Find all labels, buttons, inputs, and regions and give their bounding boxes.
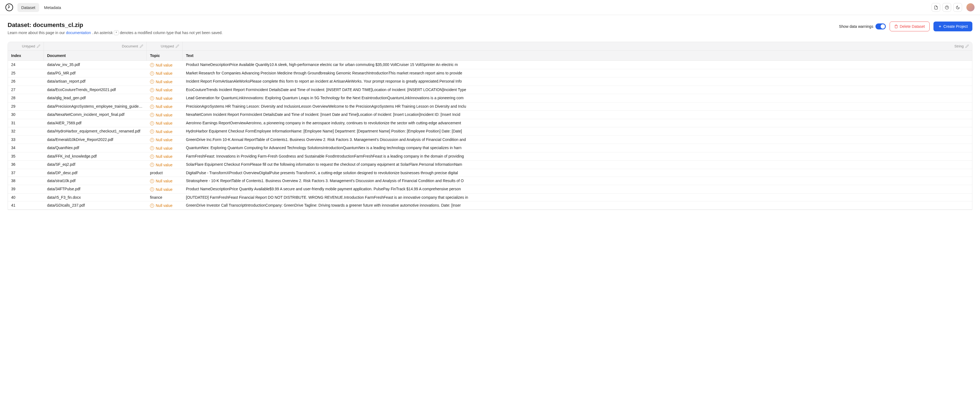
- show-warnings-label: Show data warnings: [839, 24, 873, 29]
- header-index[interactable]: Index: [8, 51, 44, 61]
- cell-text: Incident Report FormArtisanAleWorksPleas…: [183, 77, 972, 86]
- table-row[interactable]: 28data/qlig_lead_gen.pdf!Null valueLead …: [8, 94, 972, 102]
- table-row[interactable]: 25data/PG_MR.pdf!Null valueMarket Resear…: [8, 69, 972, 78]
- warning-icon: !: [150, 155, 154, 159]
- cell-text: Market Research for Companies Advancing …: [183, 69, 972, 77]
- cell-document: data/FFK_ind_knowledge.pdf: [44, 152, 147, 161]
- table-row[interactable]: 33data/Emerald10kDrive_Report2022.pdf!Nu…: [8, 136, 972, 144]
- cell-text: SolarFlare Equipment Checkout FormPlease…: [183, 161, 972, 169]
- cell-document: data/DP_desc.pdf: [44, 169, 147, 177]
- cell-index: 36: [8, 161, 44, 169]
- warning-icon: !: [150, 72, 154, 75]
- table-row[interactable]: 41data/GDIcalls_237.pdf!Null valueGreenD…: [8, 201, 972, 210]
- table-row[interactable]: 30data/NexaNetComm_incident_report_final…: [8, 111, 972, 119]
- tab-metadata[interactable]: Metadata: [40, 3, 65, 12]
- help-icon[interactable]: [942, 3, 951, 12]
- null-value: !Null value: [150, 63, 172, 67]
- cell-topic: !Null value: [147, 102, 183, 111]
- cell-text: PrecisionAgroSystems HR Training Lesson:…: [183, 102, 972, 111]
- pencil-icon: [37, 45, 40, 48]
- type-row: Untyped Document Untyped String: [8, 42, 972, 51]
- cell-index: 29: [8, 102, 44, 111]
- asterisk-badge: *: [114, 30, 119, 35]
- cell-topic: !Null value: [147, 86, 183, 94]
- delete-dataset-button[interactable]: Delete Dataset: [889, 22, 930, 31]
- cell-topic: !Null value: [147, 201, 183, 209]
- file-icon[interactable]: [932, 3, 940, 12]
- table-row[interactable]: 24data/vw_inv_35.pdf!Null valueProduct N…: [8, 61, 972, 69]
- user-avatar[interactable]: [966, 3, 975, 11]
- null-value: !Null value: [150, 179, 172, 183]
- create-project-button[interactable]: Create Project: [934, 22, 972, 31]
- header-right: Show data warnings Delete Dataset Create…: [839, 22, 972, 31]
- table-row[interactable]: 29data/PrecisionAgroSystems_employee_tra…: [8, 102, 972, 111]
- table-row[interactable]: 37data/DP_desc.pdfproductDigitalPulse - …: [8, 169, 972, 177]
- cell-document: data/34FTPulse.pdf: [44, 185, 147, 193]
- pencil-icon: [965, 45, 969, 48]
- cell-text: HydroHarbor Equipment Checkout FormEmplo…: [183, 127, 972, 136]
- topbar-right: [932, 3, 975, 12]
- cell-index: 39: [8, 185, 44, 193]
- cell-text: EcoCoutureTrends Incident Report FormInc…: [183, 86, 972, 94]
- moon-icon[interactable]: [953, 3, 962, 12]
- table-row[interactable]: 31data/AIER_7569.pdf!Null valueAeroInno …: [8, 119, 972, 128]
- type-cell-text[interactable]: String: [183, 42, 972, 50]
- cell-text: FarmFreshFeast: Innovations in Providing…: [183, 152, 972, 161]
- show-warnings-toggle[interactable]: [875, 24, 886, 29]
- table-row[interactable]: 27data/EcoCoutureTrends_Report2021.pdf!N…: [8, 86, 972, 94]
- show-warnings-toggle-wrap: Show data warnings: [839, 24, 886, 29]
- warning-icon: !: [150, 138, 154, 142]
- table-head: Untyped Document Untyped String Index Do…: [8, 42, 972, 61]
- page-subtitle: Learn more about this page in our docume…: [8, 30, 223, 35]
- cell-index: 35: [8, 152, 44, 161]
- type-cell-topic[interactable]: Untyped: [147, 42, 183, 50]
- cell-text: Product NameDescriptionPrice Quantity Av…: [183, 185, 972, 193]
- null-value: !Null value: [150, 146, 172, 150]
- cell-document: data/NexaNetComm_incident_report_final.p…: [44, 111, 147, 119]
- table-row[interactable]: 40data/r5_F3_fin.docxfinance[OUTDATED] F…: [8, 193, 972, 201]
- table-row[interactable]: 32data/HydroHarbor_equipment_checkout1_r…: [8, 127, 972, 136]
- topbar-left: Dataset Metadata: [5, 3, 65, 12]
- cell-index: 38: [8, 177, 44, 185]
- cell-text: Product NameDescriptionPrice Available Q…: [183, 61, 972, 69]
- header-document[interactable]: Document: [44, 51, 147, 61]
- table-row[interactable]: 34data/QuantNex.pdf!Null valueQuantumNex…: [8, 144, 972, 152]
- cell-document: data/PG_MR.pdf: [44, 69, 147, 77]
- table-row[interactable]: 38data/strat10k.pdf!Null valueStratosphe…: [8, 177, 972, 185]
- warning-icon: !: [150, 88, 154, 92]
- documentation-link[interactable]: documentation: [66, 30, 91, 35]
- cell-topic: !Null value: [147, 94, 183, 102]
- cell-text: AeroInno Earnings ReportOverviewAeroInno…: [183, 119, 972, 127]
- null-value: !Null value: [150, 137, 172, 142]
- cell-topic: !Null value: [147, 119, 183, 127]
- cell-document: data/PrecisionAgroSystems_employee_train…: [44, 102, 147, 111]
- header-text[interactable]: Text: [183, 51, 972, 61]
- trash-icon: [894, 24, 898, 28]
- type-cell-document[interactable]: Document: [44, 42, 147, 50]
- table-body: 24data/vw_inv_35.pdf!Null valueProduct N…: [8, 61, 972, 209]
- cell-index: 26: [8, 77, 44, 86]
- cell-topic: !Null value: [147, 161, 183, 169]
- table-row[interactable]: 39data/34FTPulse.pdf!Null valueProduct N…: [8, 185, 972, 193]
- cell-document: data/AIER_7569.pdf: [44, 119, 147, 127]
- warning-icon: !: [150, 113, 154, 117]
- null-value: !Null value: [150, 154, 172, 159]
- warning-icon: !: [150, 129, 154, 134]
- null-value: !Null value: [150, 121, 172, 125]
- cell-index: 33: [8, 136, 44, 144]
- tab-dataset[interactable]: Dataset: [18, 3, 39, 12]
- warning-icon: !: [150, 187, 154, 191]
- warning-icon: !: [150, 121, 154, 125]
- table-row[interactable]: 36data/SF_eq2.pdf!Null valueSolarFlare E…: [8, 161, 972, 169]
- app-logo[interactable]: [5, 3, 13, 11]
- warning-icon: !: [150, 105, 154, 109]
- null-value: !Null value: [150, 113, 172, 117]
- type-cell-index[interactable]: Untyped: [8, 42, 44, 50]
- header-row: Index Document Topic Text: [8, 51, 972, 61]
- cell-document: data/artisan_report.pdf: [44, 77, 147, 86]
- header-topic[interactable]: Topic: [147, 51, 183, 61]
- table-row[interactable]: 35data/FFK_ind_knowledge.pdf!Null valueF…: [8, 152, 972, 161]
- cell-text: DigitalPulse - TransformXProduct Overvie…: [183, 169, 972, 177]
- table-row[interactable]: 26data/artisan_report.pdf!Null valueInci…: [8, 77, 972, 86]
- cell-document: data/r5_F3_fin.docx: [44, 193, 147, 201]
